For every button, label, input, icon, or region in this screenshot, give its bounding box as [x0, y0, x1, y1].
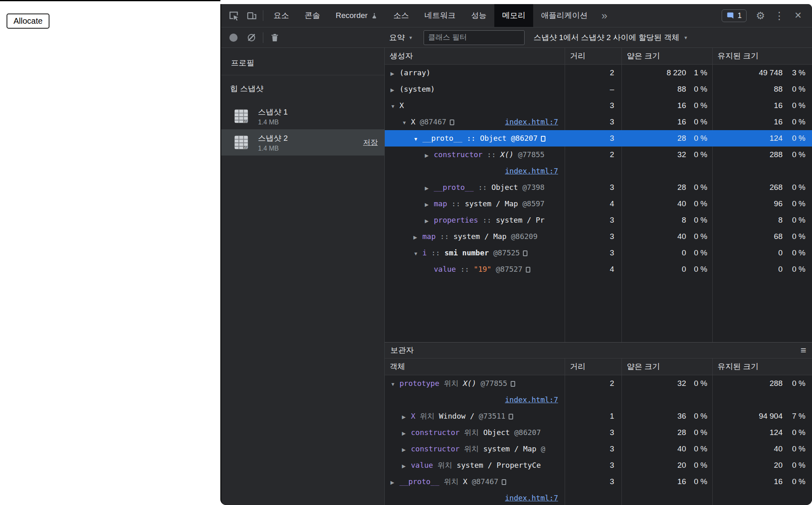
constructor-row[interactable]: ▶(system)–880 %880 % — [385, 81, 812, 97]
inspect-object-icon[interactable] — [450, 119, 454, 125]
constructor-row[interactable]: ▶map :: system / Map @85974400 %960 % — [385, 196, 812, 212]
collapse-arrow-icon[interactable]: ▼ — [413, 131, 422, 147]
inspect-object-icon[interactable] — [523, 250, 527, 256]
chevron-down-icon: ▼ — [684, 35, 688, 40]
inspect-element-icon[interactable] — [224, 4, 242, 27]
collapse-arrow-icon[interactable]: ▼ — [390, 98, 399, 114]
allocation-filter-select[interactable]: 스냅샷 1에서 스냅샷 2 사이에 할당된 객체 ▼ — [534, 32, 688, 43]
distance-value: 3 — [610, 441, 614, 457]
source-link[interactable]: index.html:7 — [505, 395, 558, 404]
constructor-row[interactable]: index.html:7▼X @874673160 %160 % — [385, 114, 812, 130]
column-header[interactable]: 유지된 크기 — [712, 48, 812, 64]
inspect-object-icon[interactable] — [502, 479, 506, 485]
column-header[interactable]: 거리 — [565, 358, 621, 375]
constructor-row[interactable]: ▶map :: system / Map @862093400 %680 % — [385, 228, 812, 245]
save-snapshot-link[interactable]: 저장 — [363, 138, 378, 147]
constructor-row[interactable]: ▶__proto__ :: Object @73983280 %2680 % — [385, 179, 812, 196]
expand-arrow-icon[interactable]: ▶ — [402, 425, 411, 441]
class-filter-input[interactable] — [424, 30, 525, 45]
inspect-object-icon[interactable] — [541, 136, 545, 142]
retained-size-cell: 400 % — [712, 441, 812, 457]
row-line: ▼i :: smi number @87525 — [385, 245, 565, 261]
settings-gear-icon[interactable]: ⚙ — [751, 11, 769, 21]
source-link[interactable]: index.html:7 — [505, 114, 558, 130]
tab-performance[interactable]: 성능 — [463, 4, 494, 27]
constructor-row[interactable]: ▶properties :: system / Pr380 %80 % — [385, 212, 812, 228]
token: Object — [480, 134, 507, 142]
column-header[interactable]: 생성자 — [385, 48, 565, 64]
column-header[interactable]: 유지된 크기 — [712, 358, 812, 375]
distance-cell: 3 — [565, 212, 621, 228]
retainer-row[interactable]: ▶constructor 위치 Object @862073280 %1240 … — [385, 424, 812, 441]
token: properties — [434, 216, 478, 224]
collapse-arrow-icon[interactable]: ▼ — [402, 115, 411, 130]
expand-arrow-icon[interactable]: ▶ — [390, 82, 399, 97]
tab-console[interactable]: 콘솔 — [297, 4, 328, 27]
constructor-row[interactable]: ▼X3160 %160 % — [385, 97, 812, 114]
retainer-row[interactable]: ▶X 위치 Window / @735111360 %94 9047 % — [385, 408, 812, 424]
shallow-size-cell: 400 % — [621, 196, 712, 212]
source-link[interactable]: index.html:7 — [505, 167, 558, 175]
expand-arrow-icon[interactable]: ▶ — [402, 442, 411, 457]
source-link[interactable]: index.html:7 — [505, 494, 558, 502]
device-toolbar-icon[interactable] — [242, 4, 260, 27]
perspective-select[interactable]: 요약 ▼ — [389, 32, 413, 43]
retainer-row[interactable]: ▶value 위치 system / PropertyCe3200 %200 % — [385, 457, 812, 473]
tab-network[interactable]: 네트워크 — [417, 4, 463, 27]
more-tabs-button[interactable]: » — [595, 4, 613, 27]
expand-arrow-icon[interactable]: ▶ — [402, 409, 411, 424]
collapse-arrow-icon[interactable]: ▼ — [413, 246, 422, 261]
allocate-button[interactable]: Allocate — [7, 14, 49, 29]
expand-arrow-icon[interactable]: ▶ — [425, 147, 434, 164]
shallow-size-value: 20 — [621, 457, 686, 473]
inspect-object-icon[interactable] — [511, 381, 515, 387]
shallow-size-percent: 0 % — [686, 179, 712, 196]
tab-memory[interactable]: 메모리 — [494, 4, 533, 27]
tab-application[interactable]: 애플리케이션 — [533, 4, 595, 27]
column-header[interactable]: 거리 — [565, 48, 621, 64]
expand-arrow-icon[interactable]: ▶ — [425, 213, 434, 228]
distance-cell: 3 — [565, 457, 621, 473]
retainer-row[interactable]: ▶__proto__ 위치 X @87467index.html:73160 %… — [385, 473, 812, 505]
column-header[interactable]: 얕은 크기 — [621, 48, 712, 64]
token: :: — [436, 232, 453, 241]
collapse-arrow-icon[interactable]: ▼ — [390, 376, 399, 392]
tab-label: 성능 — [471, 10, 487, 21]
issues-counter-button[interactable]: 1 — [722, 9, 747, 22]
delete-snapshot-button[interactable] — [266, 27, 284, 47]
expand-arrow-icon[interactable]: ▶ — [425, 196, 434, 212]
shallow-size-cell: 8 2201 % — [621, 65, 712, 81]
retainer-row[interactable]: ▶constructor 위치 system / Map @3400 %400 … — [385, 441, 812, 457]
expand-arrow-icon[interactable]: ▶ — [413, 229, 422, 245]
constructor-row[interactable]: ▼i :: smi number @87525300 %00 % — [385, 245, 812, 261]
tab-recorder[interactable]: Recorder — [328, 4, 386, 27]
retained-size-cell: 880 % — [712, 81, 812, 97]
inspect-object-icon[interactable] — [526, 267, 530, 273]
constructor-cell: ▶value 위치 system / PropertyCe — [385, 457, 565, 473]
kebab-menu-icon[interactable]: ⋮ — [770, 11, 788, 21]
constructor-row[interactable]: value :: "19" @87527400 %00 % — [385, 261, 812, 277]
inspect-object-icon[interactable] — [509, 414, 513, 419]
constructor-row[interactable]: ▶constructor :: X() @77855index.html:723… — [385, 147, 812, 179]
expand-arrow-icon[interactable]: ▶ — [390, 474, 399, 491]
constructor-row[interactable]: ▼__proto__ :: Object @862073280 %1240 % — [385, 130, 812, 147]
snapshot-item-1[interactable]: %스냅샷 11.4 MB — [221, 103, 384, 129]
column-header[interactable]: 얕은 크기 — [621, 358, 712, 375]
snapshot-size: 1.4 MB — [258, 145, 288, 152]
constructor-row[interactable]: ▶(array)28 2201 %49 7483 % — [385, 65, 812, 81]
tab-sources[interactable]: 소스 — [386, 4, 417, 27]
close-devtools-icon[interactable]: ✕ — [789, 11, 807, 20]
token: map — [422, 232, 436, 241]
allocation-filter-value: 스냅샷 1에서 스냅샷 2 사이에 할당된 객체 — [534, 32, 680, 43]
clear-profiles-button[interactable] — [242, 27, 260, 47]
hamburger-menu-icon[interactable]: ≡ — [801, 345, 806, 355]
record-heap-button[interactable] — [224, 27, 242, 47]
column-header[interactable]: 객체 — [385, 358, 565, 375]
snapshot-info: 스냅샷 21.4 MB — [258, 133, 288, 152]
expand-arrow-icon[interactable]: ▶ — [402, 458, 411, 473]
retainer-row[interactable]: ▼prototype 위치 X() @77855index.html:72320… — [385, 375, 812, 408]
snapshot-item-2[interactable]: %스냅샷 21.4 MB저장 — [221, 129, 384, 156]
expand-arrow-icon[interactable]: ▶ — [425, 180, 434, 196]
tab-elements[interactable]: 요소 — [266, 4, 297, 27]
expand-arrow-icon[interactable]: ▶ — [390, 65, 399, 81]
